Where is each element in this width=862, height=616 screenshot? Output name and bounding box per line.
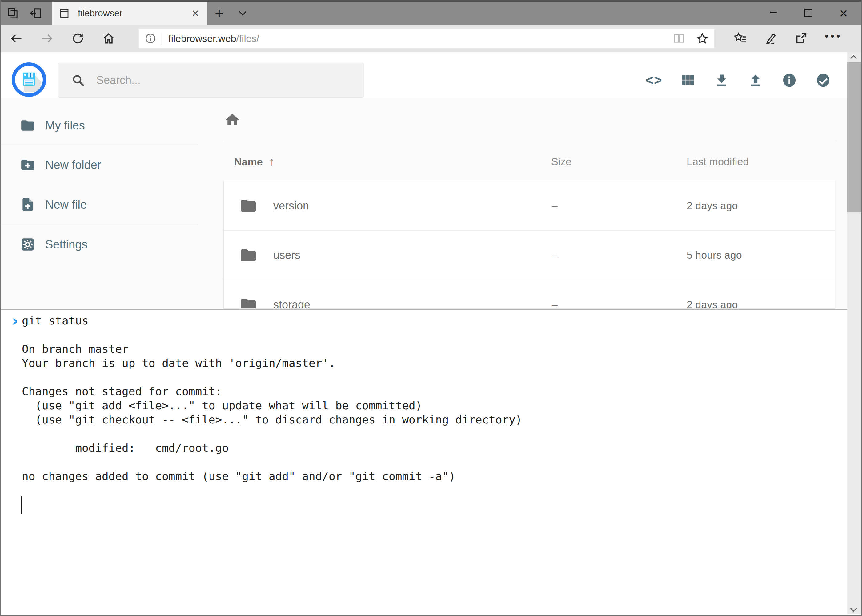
folder-plus-icon (20, 157, 35, 173)
file-size: – (552, 200, 558, 212)
address-bar: filebrowser.web/files/ ••• (1, 25, 861, 52)
forward-button[interactable] (32, 32, 63, 45)
raw-code-button[interactable]: <> (646, 72, 662, 88)
tab-title: filebrowser (78, 8, 190, 19)
site-info-icon[interactable] (144, 32, 157, 45)
set-tabs-aside-button[interactable] (24, 2, 48, 25)
file-size: – (552, 299, 558, 309)
sidebar-item-new-folder[interactable]: New folder (1, 148, 198, 182)
terminal-line (12, 455, 849, 469)
terminal-line (12, 328, 849, 342)
upload-button[interactable] (747, 72, 764, 88)
terminal-cursor (21, 497, 22, 514)
column-header-name[interactable]: Name↑ (234, 154, 275, 168)
terminal-panel[interactable]: › git status On branch master Your branc… (1, 309, 849, 614)
back-button[interactable] (1, 32, 32, 45)
breadcrumb-home-icon[interactable] (224, 112, 241, 128)
tab-bar: filebrowser × + – × (1, 0, 861, 25)
download-button[interactable] (714, 72, 730, 88)
share-button[interactable] (794, 31, 808, 46)
scrollbar-thumb[interactable] (847, 62, 861, 212)
grid-view-button[interactable] (680, 72, 696, 88)
url-path: /files/ (236, 33, 259, 44)
sidebar-divider (1, 225, 198, 225)
url-host: filebrowser.web (168, 33, 236, 44)
web-note-pen-button[interactable] (764, 31, 778, 46)
browser-window: filebrowser × + – × filebrowser.web/file… (0, 0, 862, 616)
filebrowser-logo (12, 63, 46, 97)
minimize-button[interactable]: – (756, 2, 791, 25)
folder-icon (20, 118, 35, 133)
maximize-button[interactable] (791, 2, 826, 25)
url-text: filebrowser.web/files/ (168, 33, 259, 44)
url-divider (162, 32, 162, 45)
table-row[interactable]: version – 2 days ago (224, 181, 835, 231)
browser-tab[interactable]: filebrowser × (52, 2, 207, 25)
sidebar-item-settings[interactable]: Settings (1, 228, 198, 261)
search-icon (71, 73, 85, 87)
window-controls: – × (756, 2, 861, 25)
folder-icon (240, 197, 257, 215)
column-header-size[interactable]: Size (551, 154, 572, 168)
favorites-hub-button[interactable] (733, 31, 747, 46)
terminal-line: no changes added to commit (use "git add… (12, 469, 849, 484)
browser-actions: ••• (714, 30, 861, 47)
terminal-line: (use "git checkout -- <file>..." to disc… (12, 413, 849, 427)
sidebar-item-my-files[interactable]: My files (1, 108, 198, 142)
info-button[interactable] (782, 72, 797, 88)
url-field[interactable]: filebrowser.web/files/ (139, 28, 714, 48)
new-tab-button[interactable]: + (207, 2, 231, 25)
terminal-line: Changes not staged for commit: (12, 384, 849, 399)
search-bar[interactable] (58, 63, 364, 98)
breadcrumb-divider (223, 141, 835, 141)
close-window-button[interactable]: × (826, 2, 861, 25)
tab-preview-button[interactable] (1, 2, 24, 25)
file-name: users (273, 249, 300, 262)
tab-preview-icon (6, 7, 19, 19)
terminal-line: (use "git add <file>..." to update what … (12, 399, 849, 413)
scroll-up-icon[interactable] (850, 55, 857, 61)
sort-asc-icon: ↑ (269, 155, 275, 168)
header-toolbar: <> (646, 63, 831, 98)
folder-icon (240, 296, 257, 310)
file-size: – (552, 249, 558, 261)
file-modified: 2 days ago (687, 299, 738, 309)
column-header-modified[interactable]: Last modified (687, 154, 749, 168)
sidebar-item-label: Settings (45, 238, 87, 251)
select-check-button[interactable] (815, 72, 831, 88)
tab-list-button[interactable] (231, 2, 254, 25)
search-input[interactable] (96, 74, 351, 87)
home-button[interactable] (93, 32, 124, 45)
sidebar-item-label: My files (45, 119, 85, 132)
gear-icon (20, 237, 35, 252)
terminal-line: Your branch is up to date with 'origin/m… (12, 356, 849, 370)
terminal-line: On branch master (12, 342, 849, 356)
chevron-down-icon (239, 8, 246, 16)
file-name: version (273, 199, 309, 212)
sidebar-divider (1, 145, 198, 145)
file-modified: 5 hours ago (687, 249, 742, 261)
terminal-command: git status (22, 314, 89, 328)
terminal-line: modified: cmd/root.go (12, 441, 849, 455)
file-plus-icon (20, 197, 35, 212)
file-list: version – 2 days ago users – 5 hours ago… (223, 181, 835, 309)
sidebar-item-new-file[interactable]: New file (1, 188, 198, 222)
page-icon (59, 8, 70, 19)
table-row[interactable]: users – 5 hours ago (224, 231, 835, 280)
sidebar-item-label: New folder (45, 159, 101, 171)
page-scrollbar[interactable] (847, 52, 861, 614)
settings-more-button[interactable]: ••• (825, 30, 842, 47)
terminal-command-line: › git status (12, 314, 849, 328)
scroll-down-icon[interactable] (850, 605, 857, 612)
reading-view-icon[interactable] (673, 32, 686, 45)
table-row[interactable]: storage – 2 days ago (224, 280, 835, 309)
file-name: storage (273, 298, 310, 310)
file-modified: 2 days ago (687, 200, 738, 212)
close-tab-icon[interactable]: × (190, 7, 201, 19)
terminal-line (12, 370, 849, 384)
maximize-icon (804, 9, 812, 17)
set-tabs-aside-icon (30, 7, 42, 19)
refresh-button[interactable] (63, 32, 93, 45)
favorite-star-icon[interactable] (696, 32, 709, 45)
sidebar-item-label: New file (45, 198, 87, 211)
